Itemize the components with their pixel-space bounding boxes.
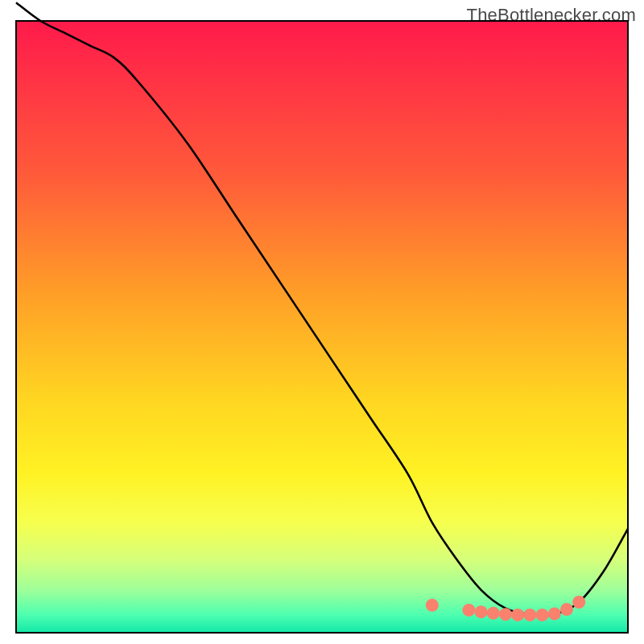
chart-container: TheBottlenecker.com — [0, 0, 644, 644]
marker-dot — [499, 608, 512, 621]
plot-background — [16, 21, 628, 633]
marker-dot — [462, 604, 475, 617]
marker-dot — [475, 605, 488, 618]
marker-dot — [487, 607, 500, 620]
marker-dot — [560, 603, 573, 616]
marker-dot — [536, 609, 549, 621]
marker-dot — [548, 607, 561, 620]
marker-dot — [572, 596, 585, 609]
marker-dot — [426, 599, 439, 612]
marker-dot — [511, 609, 524, 621]
bottleneck-chart — [0, 0, 644, 644]
marker-dot — [523, 609, 536, 621]
